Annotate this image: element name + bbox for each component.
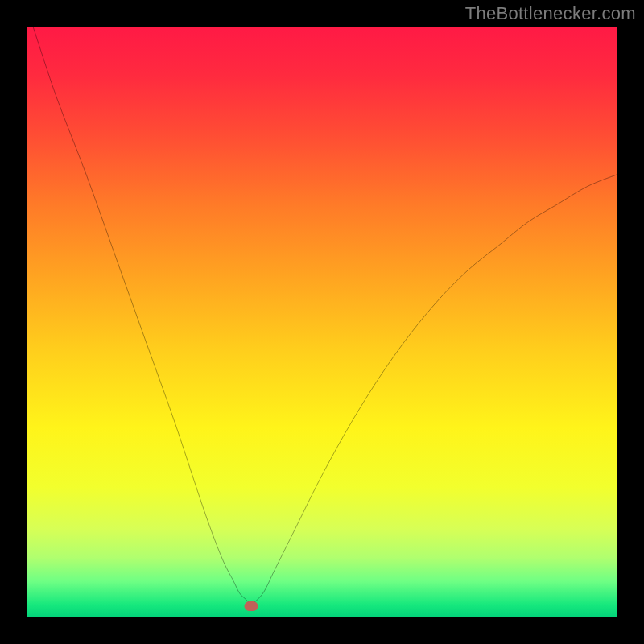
curve-left-branch bbox=[33, 27, 251, 605]
chart-frame: TheBottlenecker.com bbox=[0, 0, 644, 644]
bottleneck-curve bbox=[27, 27, 617, 617]
curve-right-branch bbox=[251, 175, 617, 605]
watermark-text: TheBottlenecker.com bbox=[465, 3, 636, 24]
current-position-marker bbox=[245, 601, 258, 611]
plot-area bbox=[27, 27, 617, 617]
